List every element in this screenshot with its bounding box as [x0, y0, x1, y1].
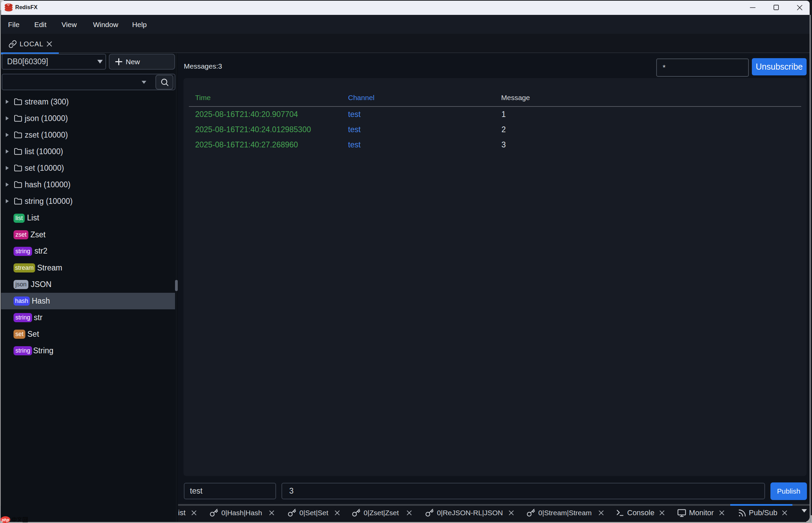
svg-text:php: php	[1, 518, 9, 522]
